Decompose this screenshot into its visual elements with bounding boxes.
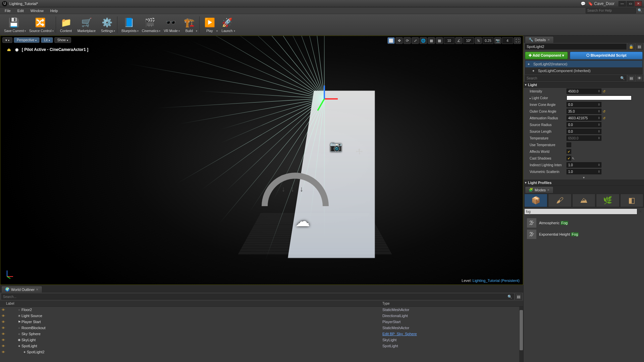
outer-cone-input[interactable] (567, 110, 597, 113)
col-label[interactable]: Label (0, 302, 44, 305)
play-button[interactable]: ▶️Play▾ (201, 15, 218, 35)
clear-search-button[interactable]: ✕ (637, 209, 643, 214)
outliner-row[interactable]: 👁▫Floor2StaticMeshActor (0, 307, 523, 313)
blueprints-button[interactable]: 📘Blueprints▾ (119, 15, 139, 35)
coord-space-button[interactable]: 🌐 (420, 37, 427, 44)
outliner-column-header[interactable]: Label Type (0, 301, 523, 307)
reset-icon[interactable]: ↺ (603, 110, 607, 113)
component-list[interactable]: ✦SpotLight2(Instance) ✦SpotLightComponen… (525, 60, 643, 74)
source-radius-input[interactable] (567, 123, 597, 127)
add-component-button[interactable]: ✚ Add Component ▾ (525, 52, 568, 59)
viewport-perspective-button[interactable]: Perspective (14, 37, 40, 43)
outliner-row[interactable]: 👁✦SpotLightSpotLight (0, 343, 523, 349)
modes-search-input[interactable] (526, 210, 636, 214)
source-control-button[interactable]: 🔀Source Control▾ (26, 15, 54, 35)
minimize-button[interactable]: — (619, 1, 626, 6)
viewport-lit-button[interactable]: Lit (41, 37, 53, 43)
visibility-eye-icon[interactable]: 👁 (1, 344, 6, 348)
transform-translate-button[interactable]: ✥ (395, 37, 403, 44)
build-button[interactable]: 🏗️Build▾ (180, 15, 198, 35)
settings-button[interactable]: ⚙️Settings▾ (98, 15, 116, 35)
visibility-eye-icon[interactable]: 👁 (1, 338, 6, 342)
component-row[interactable]: ✦SpotLightComponent (Inherited) (525, 67, 642, 74)
menu-edit[interactable]: Edit (14, 8, 27, 13)
visibility-eye-icon[interactable]: 👁 (1, 350, 6, 354)
source-length-input[interactable] (567, 130, 597, 133)
geometry-mode-button[interactable]: ◧ (620, 194, 643, 207)
light-color-swatch[interactable] (567, 96, 632, 100)
details-eye-button[interactable]: 👁 (636, 75, 643, 81)
reset-icon[interactable]: ↺ (603, 89, 607, 93)
actor-label[interactable]: Sky Sphere (21, 332, 382, 336)
actor-label[interactable]: Floor2 (21, 308, 382, 312)
visibility-eye-icon[interactable]: 👁 (1, 332, 6, 336)
close-tab-icon[interactable]: ✕ (547, 38, 550, 42)
menu-file[interactable]: File (1, 8, 14, 13)
menu-help[interactable]: Help (47, 8, 61, 13)
outliner-row[interactable]: 👁○Sky SphereEdit BP_Sky_Sphere (0, 331, 523, 337)
help-search[interactable] (586, 8, 636, 13)
close-tab-icon[interactable]: ✕ (547, 188, 550, 192)
viewport-options-button[interactable]: ▾ (2, 37, 12, 43)
launch-button[interactable]: 🚀Launch▾ (218, 15, 236, 35)
foliage-mode-button[interactable]: 🌿 (596, 194, 619, 207)
volumetric-scattering-input[interactable] (567, 170, 597, 174)
details-search[interactable]: 🔍 (525, 75, 627, 81)
expand-advanced-button[interactable]: ▾ (524, 175, 644, 180)
attenuation-input[interactable] (567, 116, 597, 120)
outliner-row[interactable]: 👁⚑Player StartPlayerStart (0, 319, 523, 325)
indirect-lighting-input[interactable] (567, 163, 597, 167)
outliner-row[interactable]: 👁✦SpotLight2 (0, 349, 523, 355)
sky-sphere-gizmo[interactable]: ↓↓↓ ☁ (262, 173, 329, 216)
marketplace-button[interactable]: 🛒Marketplace (75, 15, 98, 35)
level-name[interactable]: Lighting_Tutorial (Persistent) (473, 279, 520, 283)
axis-gizmo[interactable] (5, 269, 14, 279)
outliner-row[interactable]: 👁✺SkyLightSkyLight (0, 337, 523, 343)
visibility-eye-icon[interactable]: 👁 (1, 314, 6, 318)
cinematics-button[interactable]: 🎬Cinematics▾ (139, 15, 161, 35)
actor-label[interactable]: RoomBlockout (21, 326, 382, 330)
scale-snap-button[interactable]: ％ (475, 37, 482, 44)
close-tab-icon[interactable]: ✕ (36, 288, 39, 291)
actor-label[interactable]: Light Source (21, 314, 382, 318)
actor-type[interactable]: Edit BP_Sky_Sphere (382, 332, 523, 336)
modes-search[interactable] (524, 208, 637, 215)
maximize-viewport-button[interactable]: ⛶ (514, 37, 521, 44)
category-light-profiles[interactable]: Light Profiles (524, 180, 644, 186)
cast-shadows-checkbox[interactable]: ✔ (567, 156, 571, 161)
outliner-scrollbar[interactable] (519, 307, 523, 362)
inner-cone-input[interactable] (567, 103, 597, 107)
modes-item-atmospheric-fog[interactable]: 🌫 Atmospheric Fog (526, 217, 642, 229)
actor-name-input[interactable]: SpotLight2 (525, 44, 627, 50)
save-current-button[interactable]: 💾Save Current▾ (1, 15, 26, 35)
transform-select-button[interactable]: ⬜ (387, 37, 395, 44)
outliner-scroll-thumb[interactable] (520, 310, 523, 350)
menu-window[interactable]: Window (27, 8, 47, 13)
details-tab[interactable]: 🔧Details✕ (525, 36, 554, 43)
outliner-list[interactable]: 👁▫Floor2StaticMeshActor👁☀Light SourceDir… (0, 307, 523, 362)
details-search-input[interactable] (527, 76, 620, 80)
help-search-input[interactable] (587, 9, 634, 12)
intensity-input[interactable] (567, 89, 597, 93)
visibility-eye-icon[interactable]: 👁 (1, 320, 6, 324)
actor-label[interactable]: SpotLight (21, 344, 382, 348)
visibility-eye-icon[interactable]: 👁 (1, 308, 6, 312)
use-temperature-checkbox[interactable] (567, 142, 571, 147)
actor-lock-button[interactable]: 🔒 (628, 44, 635, 50)
visibility-eye-icon[interactable]: 👁 (1, 326, 6, 330)
content-button[interactable]: 📁Content (57, 15, 75, 35)
actor-label[interactable]: SkyLight (21, 338, 382, 342)
details-view-button[interactable]: ▤ (628, 75, 635, 81)
actor-label[interactable]: SpotLight2 (27, 350, 382, 354)
grid-snap-button[interactable]: ▦ (436, 37, 443, 44)
maximize-button[interactable]: ▭ (627, 1, 634, 6)
viewport-scene[interactable]: 📷 ↓↓↓ ☁ (0, 36, 523, 285)
landscape-mode-button[interactable]: ⛰ (572, 194, 595, 207)
actor-label[interactable]: Player Start (21, 320, 382, 324)
camera-speed-button[interactable]: 📷 (494, 37, 501, 44)
viewport-show-button[interactable]: Show (54, 37, 71, 43)
camera-actor-icon[interactable]: 📷 (330, 140, 342, 152)
level-viewport[interactable]: ▾ Perspective Lit Show ⬜ ✥ ⟳ ⤢ 🌐 ▦ ▦ 10 … (0, 36, 523, 285)
angle-snap-button[interactable]: ∠ (455, 37, 463, 44)
scale-snap-value[interactable]: 0.25 (483, 37, 493, 44)
